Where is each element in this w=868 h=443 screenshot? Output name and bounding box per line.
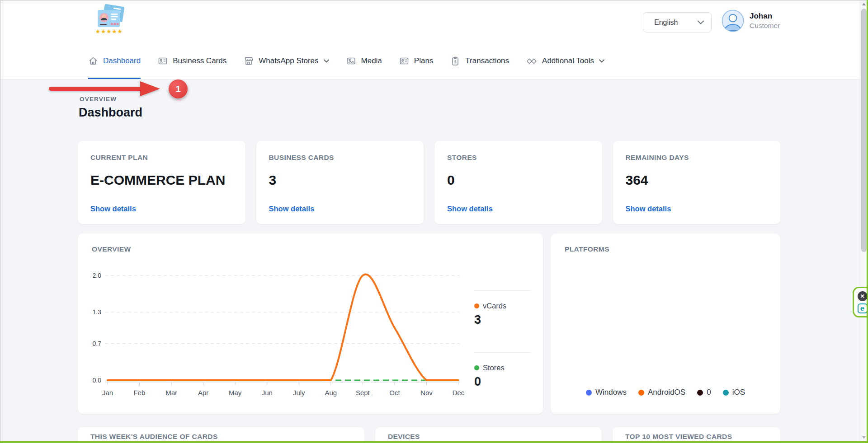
home-icon xyxy=(88,56,98,66)
audience-card: THIS WEEK'S AUDIENCE OF CARDS xyxy=(78,427,364,443)
top-cards-card: TOP 10 MOST VIEWED CARDS xyxy=(613,427,780,443)
app-logo-icon[interactable]: ★★★★★ xyxy=(96,4,126,41)
show-details-link[interactable]: Show details xyxy=(90,205,233,213)
receipt-icon: $ xyxy=(450,56,460,66)
charts-row: OVERVIEW 2.01.30.70.0JanFebMarAprMayJunJ… xyxy=(78,233,780,414)
nav-item-whatsapp-stores[interactable]: WhatsApp Stores xyxy=(244,44,329,79)
platforms-card-title: PLATFORMS xyxy=(565,245,609,253)
svg-text:Mar: Mar xyxy=(165,389,177,396)
zero-dot xyxy=(697,390,703,396)
stats-row: CURRENT PLAN E-COMMERCE PLAN Show detail… xyxy=(78,141,780,224)
tools-icon xyxy=(526,56,537,66)
chevron-down-icon xyxy=(599,59,604,63)
stat-value: 364 xyxy=(626,173,768,188)
chevron-down-icon xyxy=(324,59,329,63)
show-details-link[interactable]: Show details xyxy=(626,205,768,213)
vcards-dot xyxy=(474,303,479,308)
overview-card-title: OVERVIEW xyxy=(92,245,131,253)
legend-ios: iOS xyxy=(723,388,745,397)
language-value: English xyxy=(654,19,678,27)
svg-text:Aug: Aug xyxy=(325,389,337,396)
capture-border-bottom xyxy=(0,441,868,443)
svg-text:Jan: Jan xyxy=(102,389,113,396)
svg-text:Apr: Apr xyxy=(198,389,208,396)
platforms-legend: Windows AndroidOS 0 iOS xyxy=(551,388,780,397)
language-select[interactable]: English xyxy=(643,12,712,33)
devices-card: DEVICES xyxy=(375,427,602,443)
show-details-link[interactable]: Show details xyxy=(447,205,590,213)
windows-dot xyxy=(586,390,592,396)
monthly-line-chart: 2.01.30.70.0JanFebMarAprMayJunJulyAugSep… xyxy=(78,261,543,410)
legend-vcards: vCards 3 xyxy=(474,290,530,327)
scroll-up-arrow-icon[interactable] xyxy=(862,3,866,5)
nav-item-plans[interactable]: Plans xyxy=(399,44,434,79)
svg-text:2.0: 2.0 xyxy=(93,272,102,279)
scroll-down-arrow-icon[interactable] xyxy=(862,436,866,439)
user-name: Johan xyxy=(750,11,780,21)
svg-text:Sept: Sept xyxy=(356,389,370,396)
stat-value: 0 xyxy=(447,173,590,188)
nav-item-addtional-tools[interactable]: Addtional Tools xyxy=(526,44,604,79)
stores-total: 0 xyxy=(474,375,530,389)
scrollbar-thumb[interactable] xyxy=(861,9,867,252)
legend-zero: 0 xyxy=(697,388,711,397)
stat-title: BUSINESS CARDS xyxy=(269,154,411,162)
svg-text:May: May xyxy=(229,389,242,396)
vcards-total: 3 xyxy=(474,313,530,327)
nav-item-business-cards[interactable]: Business Cards xyxy=(158,44,226,79)
stat-card-remaining-days: REMAINING DAYS 364 Show details xyxy=(613,141,781,224)
platforms-card: PLATFORMS Windows AndroidOS 0 iOS xyxy=(551,233,780,414)
user-menu[interactable]: Johan Customer xyxy=(722,9,780,32)
image-icon xyxy=(346,56,356,66)
stat-card-current-plan: CURRENT PLAN E-COMMERCE PLAN Show detail… xyxy=(78,141,245,224)
chevron-down-icon xyxy=(698,20,704,24)
page-eyebrow: OVERVIEW xyxy=(80,96,117,103)
vertical-scrollbar[interactable] xyxy=(860,0,867,443)
stat-card-business-cards: BUSINESS CARDS 3 Show details xyxy=(256,141,424,224)
svg-text:0.7: 0.7 xyxy=(93,340,102,347)
eset-overlay-widget: ✕ e xyxy=(853,287,868,317)
avatar xyxy=(722,9,744,32)
overview-chart-card: OVERVIEW 2.01.30.70.0JanFebMarAprMayJunJ… xyxy=(78,233,543,414)
top-header: ★★★★★ English Johan Customer xyxy=(0,0,860,44)
androidos-dot xyxy=(638,390,644,396)
close-icon[interactable]: ✕ xyxy=(858,291,868,301)
stores-dot xyxy=(474,365,479,370)
stat-title: STORES xyxy=(447,154,590,162)
main-nav: Dashboard Business Cards WhatsApp Stores xyxy=(0,44,860,79)
nav-item-media[interactable]: Media xyxy=(346,44,382,79)
plan-card-icon xyxy=(399,56,409,66)
svg-text:Feb: Feb xyxy=(134,389,146,396)
svg-text:$: $ xyxy=(454,60,457,64)
svg-text:Nov: Nov xyxy=(420,389,433,396)
legend-androidos: AndroidOS xyxy=(638,388,685,397)
svg-text:July: July xyxy=(293,389,305,396)
annotation-step-badge: 1 xyxy=(169,79,188,98)
page-title: Dashboard xyxy=(79,106,142,120)
svg-text:Oct: Oct xyxy=(389,389,400,396)
nav-item-dashboard[interactable]: Dashboard xyxy=(88,44,141,79)
show-details-link[interactable]: Show details xyxy=(269,205,411,213)
user-role: Customer xyxy=(750,21,780,30)
legend-windows: Windows xyxy=(586,388,627,397)
svg-text:0.0: 0.0 xyxy=(93,377,102,384)
ios-dot xyxy=(723,390,729,396)
legend-stores: Stores 0 xyxy=(474,352,530,389)
id-card-icon xyxy=(158,56,168,66)
stat-value: 3 xyxy=(269,173,411,188)
stat-title: REMAINING DAYS xyxy=(626,154,768,162)
bottom-row: THIS WEEK'S AUDIENCE OF CARDS DEVICES TO… xyxy=(78,427,780,443)
svg-text:Jun: Jun xyxy=(262,389,273,396)
svg-text:1.3: 1.3 xyxy=(93,308,102,316)
storefront-icon xyxy=(244,56,254,66)
eset-icon[interactable]: e xyxy=(858,303,868,313)
svg-text:Dec: Dec xyxy=(453,389,465,396)
stat-card-stores: STORES 0 Show details xyxy=(434,141,602,224)
annotation-arrow xyxy=(48,80,161,98)
svg-text:★★★★★: ★★★★★ xyxy=(96,28,123,35)
nav-item-transactions[interactable]: $ Transactions xyxy=(450,44,509,79)
stat-title: CURRENT PLAN xyxy=(90,154,233,162)
stat-value: E-COMMERCE PLAN xyxy=(90,173,233,188)
